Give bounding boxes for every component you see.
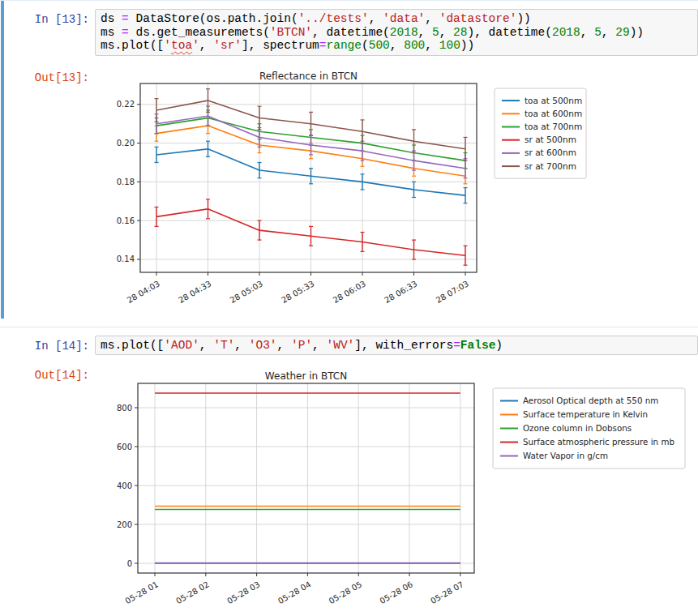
legend-label: Ozone column in Dobsons bbox=[523, 423, 632, 433]
plot-border bbox=[138, 383, 474, 573]
grid-lines bbox=[138, 383, 474, 573]
legend: Aerosol Optical depth at 550 nmSurface t… bbox=[493, 388, 685, 468]
x-tick-label: 05-28 04 bbox=[276, 580, 312, 605]
y-tick-label: 0.18 bbox=[117, 177, 135, 186]
in-prompt-13: In [13]: bbox=[0, 9, 95, 27]
y-tick-label: 0.20 bbox=[117, 139, 135, 148]
code-input-14[interactable]: ms.plot(['AOD', 'T', 'O3', 'P', 'WV'], w… bbox=[95, 336, 698, 356]
y-tick-label: 0.14 bbox=[117, 255, 135, 263]
axis-labels: 0.140.160.180.200.2228 04:0328 04:3328 0… bbox=[117, 100, 470, 305]
weather-chart: 020040060080005-28 0105-28 0205-28 0305-… bbox=[95, 365, 698, 616]
grid-lines bbox=[140, 83, 477, 272]
legend-label: sr at 600nm bbox=[525, 148, 576, 157]
legend-label: sr at 500nm bbox=[525, 135, 576, 144]
code-input-13[interactable]: ds = DataStore(os.path.join('../tests', … bbox=[95, 9, 698, 56]
legend-label: Aerosol Optical depth at 550 nm bbox=[523, 396, 658, 405]
cell-divider bbox=[0, 327, 698, 327]
y-tick-label: 0 bbox=[127, 559, 132, 568]
x-tick-label: 28 05:03 bbox=[229, 279, 264, 305]
legend-label: Water Vapor in g/cm bbox=[523, 451, 608, 460]
reflectance-figure: 0.140.160.180.200.2228 04:0328 04:3328 0… bbox=[95, 67, 698, 320]
y-tick-label: 400 bbox=[117, 481, 132, 490]
x-tick-label: 05-28 03 bbox=[225, 580, 261, 605]
legend-label: toa at 500nm bbox=[525, 95, 582, 105]
legend-label: toa at 700nm bbox=[525, 122, 582, 131]
code-cell-13[interactable]: In [13]: ds = DataStore(os.path.join('..… bbox=[0, 0, 698, 320]
x-tick-label: 05-28 06 bbox=[379, 580, 414, 605]
code-cell-14[interactable]: In [14]: ms.plot(['AOD', 'T', 'O3', 'P',… bbox=[0, 336, 698, 616]
out-prompt-14: Out[14]: bbox=[0, 365, 95, 383]
legend-entry: Aerosol Optical depth at 550 nm bbox=[500, 396, 658, 405]
code-text-14[interactable]: ms.plot(['AOD', 'T', 'O3', 'P', 'WV'], w… bbox=[101, 339, 692, 353]
selected-cell-indicator bbox=[1, 1, 4, 319]
y-tick-label: 600 bbox=[117, 443, 132, 451]
x-tick-label: 28 07:03 bbox=[435, 279, 470, 305]
y-tick-label: 0.22 bbox=[117, 100, 135, 109]
legend-label: sr at 700nm bbox=[525, 160, 576, 170]
legend-entry: Surface temperature in Kelvin bbox=[500, 409, 648, 419]
in-prompt-14: In [14]: bbox=[0, 336, 95, 353]
axis-labels: 020040060080005-28 0105-28 0205-28 0305-… bbox=[117, 404, 465, 606]
x-tick-label: 05-28 07 bbox=[429, 580, 465, 605]
legend-label: Surface atmospheric pressure in mb bbox=[523, 437, 674, 447]
x-tick-label: 28 04:03 bbox=[126, 279, 161, 305]
x-tick-label: 05-28 01 bbox=[124, 580, 160, 605]
legend-entry: Surface atmospheric pressure in mb bbox=[500, 437, 674, 447]
y-tick-label: 800 bbox=[117, 404, 132, 413]
legend-label: toa at 600nm bbox=[525, 108, 582, 118]
legend: toa at 500nmtoa at 600nmtoa at 700nmsr a… bbox=[495, 88, 586, 178]
x-tick-label: 05-28 02 bbox=[174, 580, 210, 605]
legend-label: Surface temperature in Kelvin bbox=[523, 409, 648, 419]
chart-title: Weather in BTCN bbox=[265, 370, 347, 382]
reflectance-chart: 0.140.160.180.200.2228 04:0328 04:3328 0… bbox=[95, 67, 698, 317]
plot-border bbox=[140, 83, 477, 272]
x-tick-label: 05-28 05 bbox=[328, 580, 363, 605]
code-text-13[interactable]: ds = DataStore(os.path.join('../tests', … bbox=[101, 12, 692, 53]
y-tick-label: 200 bbox=[117, 520, 132, 529]
x-tick-label: 28 06:33 bbox=[383, 279, 418, 305]
notebook: In [13]: ds = DataStore(os.path.join('..… bbox=[0, 0, 698, 616]
out-prompt-13: Out[13]: bbox=[0, 67, 95, 85]
x-tick-label: 28 05:33 bbox=[280, 279, 315, 305]
y-tick-label: 0.16 bbox=[117, 216, 135, 225]
weather-figure: 020040060080005-28 0105-28 0205-28 0305-… bbox=[95, 365, 698, 616]
x-tick-label: 28 06:03 bbox=[332, 279, 367, 305]
chart-title: Reflectance in BTCN bbox=[259, 71, 358, 82]
x-tick-label: 28 04:33 bbox=[177, 279, 212, 305]
